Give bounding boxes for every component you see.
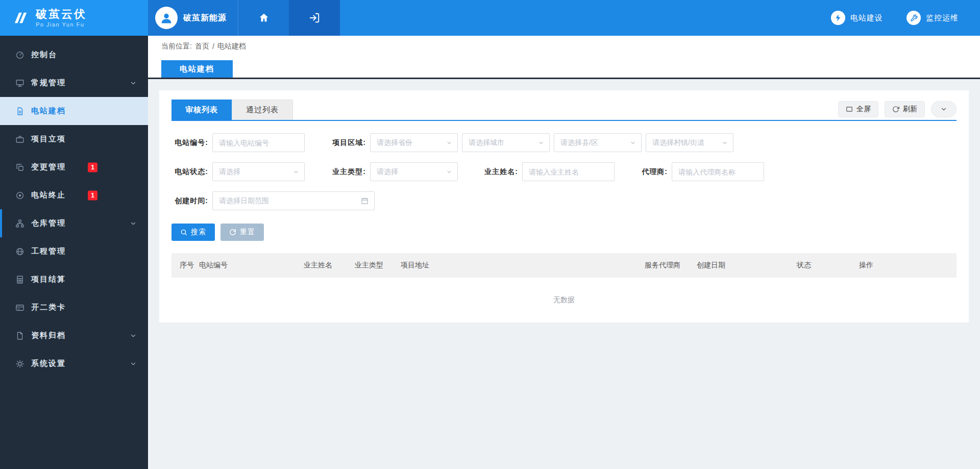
- wrench-icon: [906, 11, 921, 25]
- owner-type-select[interactable]: 请选择: [370, 162, 458, 181]
- sidebar-item-label: 系统设置: [31, 359, 66, 368]
- county-placeholder: 请选择县/区: [560, 138, 598, 147]
- sidebar-item-data-archiving[interactable]: 资料归档: [0, 322, 148, 350]
- search-button[interactable]: 搜索: [172, 224, 215, 241]
- sidebar-item-station-filing[interactable]: 电站建档: [0, 97, 148, 125]
- search-icon: [180, 229, 187, 236]
- city-select[interactable]: 请选择城市: [462, 133, 550, 152]
- user-account-button[interactable]: 破茧新能源: [148, 0, 238, 36]
- sidebar-item-engineering-mgmt[interactable]: 工程管理: [0, 237, 148, 265]
- breadcrumb-separator: /: [212, 42, 214, 51]
- sidebar-item-console[interactable]: 控制台: [0, 41, 148, 69]
- province-select[interactable]: 请选择省份: [370, 133, 458, 152]
- monitor-icon: [15, 79, 24, 88]
- chevron-down-icon: [130, 332, 137, 339]
- company-name: 破茧新能源: [183, 13, 227, 23]
- filter-row-2: 电站状态: 请选择 业主类型: 请选择 业主姓名:: [172, 162, 957, 181]
- panel-toolbar: 全屏 刷新: [838, 101, 957, 117]
- reset-button[interactable]: 重置: [220, 224, 264, 241]
- target-icon: [15, 191, 24, 200]
- file-icon: [15, 331, 24, 340]
- notification-badge: 1: [88, 190, 97, 200]
- sidebar-item-system-settings[interactable]: 系统设置: [0, 350, 148, 378]
- owner-type-label: 业主类型:: [326, 167, 366, 177]
- chevron-down-icon: [446, 169, 452, 175]
- sidebar-item-station-termination[interactable]: 电站终止 1: [0, 181, 148, 209]
- tab-review-list[interactable]: 审核列表: [172, 100, 232, 120]
- village-select[interactable]: 请选择村镇/街道: [646, 133, 733, 152]
- filter-actions: 搜索 重置: [172, 224, 957, 241]
- sidebar-menu: 控制台 常规管理 电站建档: [0, 36, 148, 469]
- reset-label: 重置: [240, 228, 255, 237]
- station-no-input[interactable]: [212, 133, 305, 152]
- sidebar-item-label: 电站终止: [31, 190, 66, 200]
- main-area: 当前位置: 首页 / 电站建档 电站建档 审核列表 通过列表: [148, 36, 980, 469]
- city-placeholder: 请选择城市: [469, 138, 504, 147]
- column-header-station-no: 电站编号: [199, 261, 304, 270]
- top-header: 破茧云伏 Po Jian Yun Fu 破茧新能源: [0, 0, 980, 36]
- column-header-project-address: 项目地址: [401, 261, 645, 270]
- station-no-label: 电站编号:: [172, 138, 208, 147]
- nav-label: 电站建设: [850, 13, 883, 23]
- refresh-icon: [892, 106, 899, 113]
- home-icon: [258, 12, 270, 23]
- breadcrumb-current: 电站建档: [217, 42, 246, 51]
- sidebar-item-label: 变更管理: [31, 162, 66, 172]
- sidebar-item-project-settlement[interactable]: 项目结算: [0, 265, 148, 293]
- sidebar-item-change-mgmt[interactable]: 变更管理 1: [0, 153, 148, 181]
- page-tab-station-filing[interactable]: 电站建档: [161, 60, 233, 78]
- copy-icon: [15, 163, 24, 172]
- notification-badge: 1: [88, 162, 97, 172]
- nav-item-construction[interactable]: 电站建设: [831, 11, 883, 25]
- logo-title: 破茧云伏: [36, 8, 87, 20]
- sidebar-item-general-mgmt[interactable]: 常规管理: [0, 69, 148, 97]
- county-select[interactable]: 请选择县/区: [554, 133, 642, 152]
- agent-input[interactable]: [672, 162, 764, 181]
- chevron-down-icon: [130, 80, 137, 87]
- status-placeholder: 请选择: [219, 167, 240, 177]
- breadcrumb-prefix: 当前位置:: [161, 42, 192, 51]
- column-header-owner-name: 业主姓名: [304, 261, 355, 270]
- chevron-down-icon: [722, 140, 728, 146]
- search-label: 搜索: [191, 228, 206, 237]
- sidebar-item-label: 项目结算: [31, 275, 66, 284]
- breadcrumb-home-link[interactable]: 首页: [195, 42, 209, 51]
- station-status-label: 电站状态:: [172, 167, 208, 177]
- panel-tab-bar: 审核列表 通过列表 全屏: [172, 100, 957, 121]
- column-header-index: 序号: [180, 261, 199, 270]
- chevron-down-icon: [538, 140, 544, 146]
- sidebar-item-warehouse-mgmt[interactable]: 仓库管理: [0, 209, 148, 237]
- fullscreen-button[interactable]: 全屏: [838, 101, 878, 117]
- chevron-down-icon: [130, 220, 137, 227]
- sidebar-item-project-initiation[interactable]: 项目立项: [0, 125, 148, 153]
- date-range-placeholder: 请选择日期范围: [219, 196, 269, 206]
- logo-icon: [12, 10, 30, 26]
- sidebar-item-card-opening[interactable]: 开二类卡: [0, 293, 148, 322]
- reset-icon: [229, 229, 236, 236]
- chevron-down-icon: [940, 106, 947, 113]
- gear-icon: [15, 359, 24, 368]
- sign-in-button[interactable]: [289, 0, 340, 36]
- owner-name-input[interactable]: [522, 162, 615, 181]
- column-header-service-agent: 服务代理商: [645, 261, 697, 270]
- briefcase-icon: [15, 135, 24, 144]
- refresh-button[interactable]: 刷新: [885, 101, 925, 117]
- document-icon: [15, 107, 24, 116]
- breadcrumb: 当前位置: 首页 / 电站建档: [148, 36, 980, 57]
- nav-item-monitoring[interactable]: 监控运维: [906, 11, 959, 25]
- home-button[interactable]: [238, 0, 289, 36]
- page-tab-bar: 电站建档: [148, 57, 980, 79]
- brand-logo: 破茧云伏 Po Jian Yun Fu: [0, 0, 148, 36]
- collapse-toggle-button[interactable]: [931, 101, 957, 117]
- tab-passed-list[interactable]: 通过列表: [232, 100, 293, 120]
- station-status-select[interactable]: 请选择: [212, 162, 305, 181]
- date-range-input[interactable]: 请选择日期范围: [212, 191, 375, 210]
- sidebar-item-label: 控制台: [31, 50, 57, 60]
- fullscreen-label: 全屏: [856, 105, 871, 114]
- chevron-down-icon: [446, 140, 452, 146]
- owner-name-label: 业主姓名:: [481, 167, 518, 177]
- fullscreen-icon: [846, 106, 853, 113]
- sidebar-item-label: 开二类卡: [31, 303, 66, 312]
- calendar-icon: [361, 197, 369, 205]
- card-icon: [15, 303, 24, 312]
